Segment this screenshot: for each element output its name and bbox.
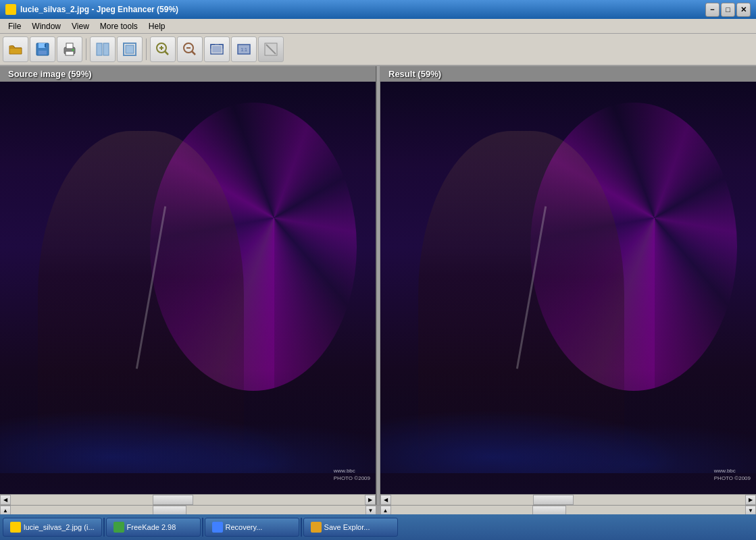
svg-rect-11 bbox=[126, 45, 134, 53]
window-controls: − □ ✕ bbox=[705, 3, 751, 17]
taskbar-label-2: FreeKade 2.98 bbox=[127, 523, 176, 531]
save-button[interactable] bbox=[30, 36, 55, 62]
source-image-area[interactable]: www.bbcPHOTO ©2009 bbox=[0, 82, 376, 494]
svg-line-18 bbox=[192, 51, 195, 55]
app-icon bbox=[5, 4, 16, 15]
sep2 bbox=[146, 38, 147, 60]
source-scroll-left[interactable]: ◀ bbox=[0, 495, 11, 505]
source-scroll-right[interactable]: ▶ bbox=[365, 495, 376, 505]
fit-screen-button[interactable] bbox=[204, 36, 230, 62]
title-bar: lucie_silvas_2.jpg - Jpeg Enhancer (59%)… bbox=[0, 0, 756, 19]
svg-rect-8 bbox=[97, 43, 102, 55]
taskbar-label-4: Save Explor... bbox=[324, 523, 370, 531]
taskbar-icon-3 bbox=[212, 522, 223, 533]
taskbar-icon-4 bbox=[311, 522, 322, 533]
svg-text:1:1: 1:1 bbox=[241, 47, 247, 52]
menu-help[interactable]: Help bbox=[143, 20, 171, 32]
maximize-button[interactable]: □ bbox=[721, 3, 735, 17]
svg-rect-20 bbox=[212, 46, 222, 53]
taskbar-sep3 bbox=[301, 518, 302, 537]
source-panel: Source image (59%) bbox=[0, 66, 376, 505]
source-watermark: www.bbcPHOTO ©2009 bbox=[334, 468, 370, 482]
source-scroll-track[interactable] bbox=[11, 495, 365, 505]
taskbar-sep2 bbox=[202, 518, 203, 537]
taskbar-sep1 bbox=[103, 518, 105, 537]
taskbar-item-3[interactable]: Recovery... bbox=[205, 518, 299, 537]
menu-view[interactable]: View bbox=[66, 20, 95, 32]
close-button[interactable]: ✕ bbox=[736, 3, 751, 17]
zoom-out-button[interactable] bbox=[177, 36, 203, 62]
taskbar-item-2[interactable]: FreeKade 2.98 bbox=[106, 518, 201, 537]
sep1 bbox=[86, 38, 86, 60]
no-preview-button[interactable] bbox=[258, 36, 284, 62]
result-scroll-right[interactable]: ▶ bbox=[745, 495, 756, 505]
menu-more-tools[interactable]: More tools bbox=[95, 20, 143, 32]
source-hscroll[interactable]: ◀ ▶ bbox=[0, 494, 376, 505]
source-label: Source image (59%) bbox=[0, 66, 376, 82]
taskbar-item-4[interactable]: Save Explor... bbox=[303, 518, 398, 537]
result-scroll-thumb[interactable] bbox=[533, 495, 574, 505]
svg-rect-1 bbox=[39, 43, 45, 48]
svg-rect-6 bbox=[66, 51, 74, 55]
result-scroll-track[interactable] bbox=[391, 495, 745, 505]
taskbar-label-3: Recovery... bbox=[226, 523, 263, 531]
menu-window[interactable]: Window bbox=[26, 20, 66, 32]
result-panel: Result (59%) www.bbcPHOTO ©2009 bbox=[380, 66, 756, 505]
taskbar-item-1[interactable]: lucie_silvas_2.jpg (i... bbox=[3, 518, 102, 537]
svg-rect-3 bbox=[45, 44, 46, 47]
taskbar-label-1: lucie_silvas_2.jpg (i... bbox=[24, 523, 95, 531]
svg-rect-2 bbox=[39, 51, 47, 55]
title-text: lucie_silvas_2.jpg - Jpeg Enhancer (59%) bbox=[20, 5, 705, 14]
taskbar-icon-2 bbox=[114, 522, 124, 533]
result-image-area[interactable]: www.bbcPHOTO ©2009 bbox=[380, 82, 756, 494]
split-view-button[interactable] bbox=[90, 36, 116, 62]
taskbar: lucie_silvas_2.jpg (i... FreeKade 2.98 R… bbox=[0, 514, 756, 540]
fit-button[interactable] bbox=[117, 36, 143, 62]
svg-rect-5 bbox=[66, 43, 73, 49]
menu-bar: File Window View More tools Help bbox=[0, 19, 756, 34]
minimize-button[interactable]: − bbox=[705, 3, 720, 17]
svg-point-7 bbox=[72, 49, 74, 51]
taskbar-icon-1 bbox=[10, 522, 21, 533]
svg-line-15 bbox=[165, 51, 168, 55]
result-label: Result (59%) bbox=[380, 66, 756, 82]
menu-file[interactable]: File bbox=[3, 20, 26, 32]
svg-rect-9 bbox=[103, 43, 109, 55]
result-scroll-left[interactable]: ◀ bbox=[380, 495, 391, 505]
open-button[interactable] bbox=[3, 36, 28, 62]
result-watermark: www.bbcPHOTO ©2009 bbox=[714, 468, 751, 482]
zoom-in-button[interactable] bbox=[150, 36, 176, 62]
source-scroll-thumb[interactable] bbox=[153, 495, 193, 505]
print-button[interactable] bbox=[57, 36, 82, 62]
result-hscroll[interactable]: ◀ ▶ bbox=[380, 494, 756, 505]
actual-size-button[interactable]: 1:1 bbox=[231, 36, 257, 62]
toolbar: 1:1 bbox=[0, 34, 756, 66]
app-window: lucie_silvas_2.jpg - Jpeg Enhancer (59%)… bbox=[0, 0, 756, 540]
